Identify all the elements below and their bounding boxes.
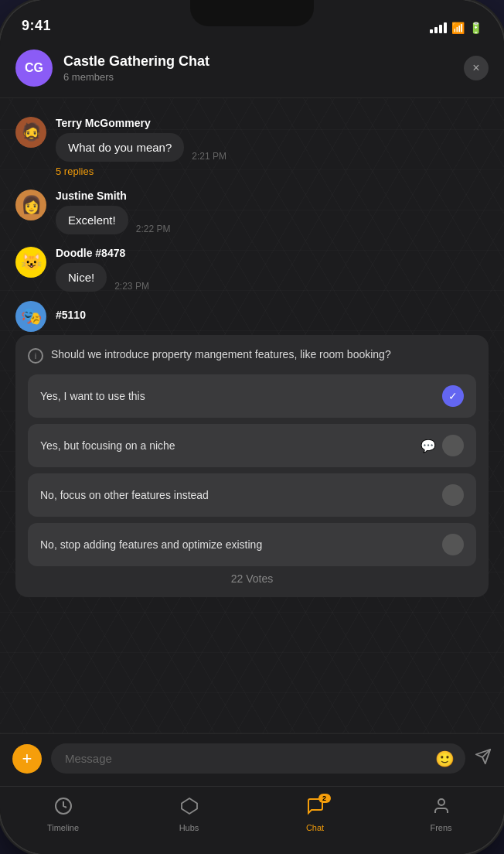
hubs-label: Hubs — [179, 823, 199, 832]
nav-timeline[interactable]: Timeline — [0, 797, 126, 832]
avatar-5110-face: 🎭 — [21, 308, 42, 325]
msg-time-justine: 2:22 PM — [136, 224, 171, 234]
chat-badge-wrap: 2 — [306, 797, 325, 820]
chat-label: Chat — [306, 823, 324, 832]
poll-votes: 22 Votes — [28, 572, 476, 585]
chat-title: Castle Gathering Chat — [63, 53, 453, 70]
msg-bubble-doodle: Nice! — [56, 263, 107, 292]
nav-frens[interactable]: Frens — [378, 797, 504, 832]
poll-question-row: i Should we introduce property mangement… — [28, 347, 476, 364]
chat-area: 🧔 Terry McGommery What do you mean? 2:21… — [0, 98, 504, 733]
nav-chat[interactable]: 2 Chat — [252, 797, 378, 832]
poll-option-2-text: Yes, but focusing on a niche — [40, 439, 421, 453]
avatar-terry-face: 🧔 — [21, 124, 42, 141]
message-group-terry: 🧔 Terry McGommery What do you mean? 2:21… — [0, 111, 504, 183]
battery-icon: 🔋 — [469, 22, 482, 34]
frens-icon — [432, 797, 451, 820]
nav-hubs[interactable]: Hubs — [126, 797, 252, 832]
poll-option-4-text: No, stop adding features and optimize ex… — [40, 538, 442, 552]
msg-bubble-row-justine: Excelent! 2:22 PM — [56, 206, 489, 234]
avatar-doodle-face: 😺 — [21, 254, 42, 271]
wifi-icon: 📶 — [451, 22, 465, 34]
msg-bubble-row-terry: What do you mean? 2:21 PM — [56, 133, 489, 162]
poll-circle-4 — [442, 534, 464, 555]
message-content-doodle: Doodle #8478 Nice! 2:23 PM — [56, 247, 489, 292]
poll-circle-2 — [442, 435, 464, 456]
avatar-justine: 👩 — [15, 190, 46, 220]
chat-header: CG Castle Gathering Chat 6 members × — [0, 40, 504, 98]
poll-comment-icon: 💬 — [421, 439, 436, 453]
message-group-doodle: 😺 Doodle #8478 Nice! 2:23 PM — [0, 241, 504, 298]
msg-name-doodle: Doodle #8478 — [56, 247, 489, 259]
message-content-terry: Terry McGommery What do you mean? 2:21 P… — [56, 117, 489, 177]
message-input-area: + 🙂 — [0, 733, 504, 786]
msg-bubble-terry: What do you mean? — [56, 133, 184, 162]
poll-option-3[interactable]: No, focus on other features instead — [28, 473, 476, 517]
avatar-justine-face: 👩 — [21, 196, 42, 214]
timeline-label: Timeline — [47, 823, 79, 832]
poll-circle-3 — [442, 484, 464, 506]
msg-bubble-row-doodle: Nice! 2:23 PM — [56, 263, 489, 292]
poll-option-4-right — [442, 534, 464, 555]
avatar-5110: 🎭 — [15, 301, 46, 332]
msg-time-doodle: 2:23 PM — [114, 281, 149, 292]
notch — [190, 0, 314, 26]
poll-question: Should we introduce property mangement f… — [51, 347, 391, 363]
close-icon: × — [472, 61, 479, 75]
msg-name-terry: Terry McGommery — [56, 117, 489, 129]
avatar-terry: 🧔 — [15, 117, 46, 148]
status-icons: 📶 🔋 — [430, 22, 482, 34]
msg-time-terry: 2:21 PM — [192, 151, 226, 162]
svg-marker-3 — [182, 798, 197, 814]
partial-user-name: #5110 — [56, 309, 86, 321]
message-group-justine: 👩 Justine Smith Excelent! 2:22 PM — [0, 183, 504, 241]
avatar-doodle: 😺 — [15, 247, 46, 278]
emoji-button[interactable]: 🙂 — [435, 750, 455, 768]
poll-option-4[interactable]: No, stop adding features and optimize ex… — [28, 523, 476, 566]
close-button[interactable]: × — [464, 56, 489, 80]
poll-option-2[interactable]: Yes, but focusing on a niche 💬 — [28, 424, 476, 467]
message-input[interactable] — [51, 743, 465, 774]
msg-name-justine: Justine Smith — [56, 190, 489, 202]
group-avatar: CG — [15, 50, 53, 87]
svg-point-4 — [438, 799, 444, 805]
msg-bubble-justine: Excelent! — [56, 206, 128, 234]
member-count: 6 members — [63, 71, 453, 83]
input-wrapper: 🙂 — [51, 743, 465, 774]
poll-option-2-right: 💬 — [421, 435, 464, 456]
timeline-icon — [54, 797, 73, 820]
message-content-justine: Justine Smith Excelent! 2:22 PM — [56, 190, 489, 234]
bottom-nav: Timeline Hubs 2 — [0, 786, 504, 854]
poll-option-3-right — [442, 484, 464, 506]
hubs-icon — [180, 797, 199, 820]
poll-option-1[interactable]: Yes, I want to use this ✓ — [28, 374, 476, 418]
poll-check-icon: ✓ — [442, 385, 464, 407]
poll-card: i Should we introduce property mangement… — [15, 335, 489, 597]
poll-info-icon: i — [28, 348, 43, 364]
send-button[interactable] — [475, 748, 492, 770]
phone-screen: 9:41 📶 🔋 CG Castle Gathering Chat 6 memb… — [0, 0, 504, 854]
msg-replies-terry[interactable]: 5 replies — [56, 166, 489, 177]
status-time: 9:41 — [22, 18, 51, 34]
frens-label: Frens — [430, 823, 451, 832]
chat-badge: 2 — [318, 794, 331, 803]
poll-option-3-text: No, focus on other features instead — [40, 488, 442, 502]
partial-user-row: 🎭 #5110 — [0, 298, 504, 332]
signal-icon — [430, 22, 447, 33]
phone-shell: 9:41 📶 🔋 CG Castle Gathering Chat 6 memb… — [0, 0, 504, 854]
poll-option-1-text: Yes, I want to use this — [40, 389, 442, 403]
add-button[interactable]: + — [12, 744, 42, 774]
header-info: Castle Gathering Chat 6 members — [63, 53, 453, 83]
poll-option-1-right: ✓ — [442, 385, 464, 407]
